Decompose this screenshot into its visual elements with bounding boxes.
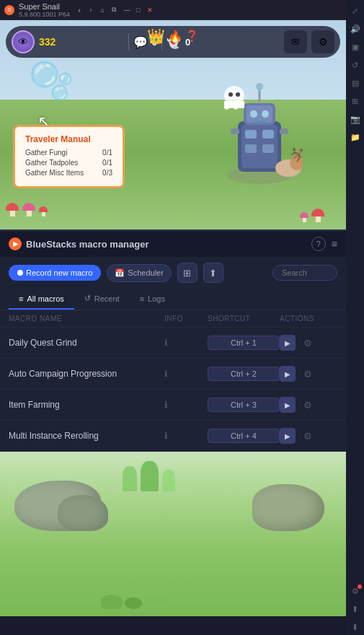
macro-name-3: Item Farming xyxy=(9,400,164,410)
copy-button[interactable]: ⧉ xyxy=(109,5,119,15)
mail-button[interactable]: ✉ xyxy=(284,30,307,53)
maximize-button[interactable]: □ xyxy=(133,5,143,15)
sidebar-display-btn[interactable]: ▣ xyxy=(347,39,363,55)
svg-point-21 xyxy=(293,148,296,151)
dialog-box: Traveler Manual Gather Fungi 0/1 Gather … xyxy=(13,125,125,188)
forward-button[interactable]: › xyxy=(86,5,96,15)
macro-manager-panel: ▶ BlueStacks macro manager ? ≡ Record ne… xyxy=(0,229,346,452)
import-button[interactable]: ⊞ xyxy=(177,263,197,283)
actions-4: ▶ ⚙ xyxy=(280,428,337,444)
close-button[interactable]: ✕ xyxy=(145,5,155,15)
minimize-button[interactable]: — xyxy=(122,5,132,15)
mushroom-2 xyxy=(22,203,35,216)
dialog-item-1: Gather Fungi 0/1 xyxy=(25,149,112,157)
content-area: S Super Snail 5.9.600.1001 P64 ‹ › ⌂ ⧉ —… xyxy=(0,0,346,635)
sidebar-rotate-btn[interactable]: ↺ xyxy=(347,57,363,73)
sidebar-grid-btn[interactable]: ⊞ xyxy=(347,93,363,109)
mushroom-stem-sm xyxy=(42,212,45,216)
mushroom-cap-sm xyxy=(39,206,48,212)
app-wrapper: S Super Snail 5.9.600.1001 P64 ‹ › ⌂ ⧉ —… xyxy=(0,0,364,635)
panel-header-actions: ? ≡ xyxy=(311,237,337,251)
mushroom-cap-r1 xyxy=(300,212,308,218)
toolbar-row: Record new macro 📅 Scheduler ⊞ ⬆ xyxy=(0,257,346,289)
sidebar-settings-btn[interactable]: ⚙ xyxy=(347,583,363,599)
play-button-2[interactable]: ▶ xyxy=(280,366,296,382)
home-button[interactable]: ⌂ xyxy=(97,5,107,15)
table-row: Multi Instance Rerolling ℹ Ctrl + 4 ▶ ⚙ xyxy=(0,421,346,452)
bottom-scenery xyxy=(0,452,346,616)
settings-button-1[interactable]: ⚙ xyxy=(300,335,316,351)
table-row: Item Farming ℹ Ctrl + 3 ▶ ⚙ xyxy=(0,390,346,421)
panel-header: ▶ BlueStacks macro manager ? ≡ xyxy=(0,231,346,257)
svg-point-22 xyxy=(300,149,303,152)
logs-icon: ≡ xyxy=(140,294,144,303)
play-button-3[interactable]: ▶ xyxy=(280,397,296,413)
item-progress-1: 0/1 xyxy=(102,149,112,157)
play-button-4[interactable]: ▶ xyxy=(280,428,296,444)
tab-logs[interactable]: ≡ Logs xyxy=(130,289,175,310)
item-name-3: Gather Misc Items xyxy=(25,169,84,177)
item-name-1: Gather Fungi xyxy=(25,149,67,157)
settings-button-3[interactable]: ⚙ xyxy=(300,397,316,413)
table-row: Auto Campaign Progression ℹ Ctrl + 2 ▶ ⚙ xyxy=(0,359,346,390)
scheduler-button[interactable]: 📅 Scheduler xyxy=(107,264,172,282)
sidebar-down-btn[interactable]: ⬇ xyxy=(347,619,363,635)
panel-menu-button[interactable]: ≡ xyxy=(332,238,337,250)
item-name-2: Gather Tadpoles xyxy=(25,159,78,167)
svg-rect-11 xyxy=(252,120,267,123)
sidebar-capture-btn[interactable]: 📷 xyxy=(347,111,363,127)
title-bar: S Super Snail 5.9.600.1001 P64 ‹ › ⌂ ⧉ —… xyxy=(0,0,346,20)
export-button[interactable]: ⬆ xyxy=(203,263,223,283)
info-icon-1[interactable]: ℹ xyxy=(164,338,208,348)
svg-rect-6 xyxy=(262,144,274,153)
panel-title-text: BlueStacks macro manager xyxy=(26,239,149,250)
shortcut-3: Ctrl + 3 xyxy=(208,398,280,412)
col-macro-name: MACRO NAME xyxy=(9,315,164,323)
hud-divider xyxy=(128,33,129,51)
bush-2 xyxy=(125,597,142,609)
mushroom-stem-r1 xyxy=(303,218,306,222)
shortcut-1: Ctrl + 1 xyxy=(208,336,280,350)
mushroom-r2 xyxy=(311,209,324,222)
macro-name-2: Auto Campaign Progression xyxy=(9,369,164,379)
coin-count: 332 xyxy=(39,36,124,48)
question-icon[interactable]: ❓ xyxy=(185,30,199,42)
chat-icon: 💬 xyxy=(133,35,148,49)
mushroom-cap-r2 xyxy=(311,209,324,216)
info-icon-2[interactable]: ℹ xyxy=(164,369,208,379)
info-icon-3[interactable]: ℹ xyxy=(164,400,208,410)
sidebar-folder-btn[interactable]: 📁 xyxy=(347,129,363,145)
help-button[interactable]: ? xyxy=(311,237,326,251)
macro-name-1: Daily Quest Grind xyxy=(9,338,164,348)
bush-3 xyxy=(144,596,164,609)
plant-1 xyxy=(123,466,137,491)
rock-medium xyxy=(58,495,108,531)
mushroom-cap xyxy=(6,203,19,211)
calendar-icon: 📅 xyxy=(115,268,125,278)
svg-point-10 xyxy=(262,110,269,118)
item-progress-3: 0/3 xyxy=(102,169,112,177)
play-button-1[interactable]: ▶ xyxy=(280,335,296,351)
tab-recent[interactable]: ↺ Recent xyxy=(74,289,130,310)
eye-icon: 👁 xyxy=(12,30,35,53)
settings-button-2[interactable]: ⚙ xyxy=(300,366,316,382)
dialog-title: Traveler Manual xyxy=(25,134,112,144)
plant-2 xyxy=(141,461,159,491)
record-macro-button[interactable]: Record new macro xyxy=(9,265,101,281)
mushroom-cap-pink xyxy=(22,203,35,211)
sidebar-menu-btn[interactable]: ▤ xyxy=(347,75,363,91)
mushroom-r1 xyxy=(300,212,308,222)
info-icon-4[interactable]: ℹ xyxy=(164,431,208,441)
sidebar-volume-btn[interactable]: 🔊 xyxy=(347,21,363,37)
sidebar-up-btn[interactable]: ⬆ xyxy=(347,601,363,617)
settings-button-4[interactable]: ⚙ xyxy=(300,428,316,444)
actions-1: ▶ ⚙ xyxy=(280,335,337,351)
rock-group-right xyxy=(245,473,324,531)
table-row: Daily Quest Grind ℹ Ctrl + 1 ▶ ⚙ xyxy=(0,328,346,359)
svg-rect-16 xyxy=(280,128,288,134)
tab-all-macros[interactable]: ≡ All macros xyxy=(9,289,74,310)
settings-button[interactable]: ⚙ xyxy=(311,30,334,53)
sidebar-expand-btn[interactable]: ⤢ xyxy=(347,3,363,19)
search-input[interactable] xyxy=(272,265,337,281)
back-button[interactable]: ‹ xyxy=(74,5,84,15)
